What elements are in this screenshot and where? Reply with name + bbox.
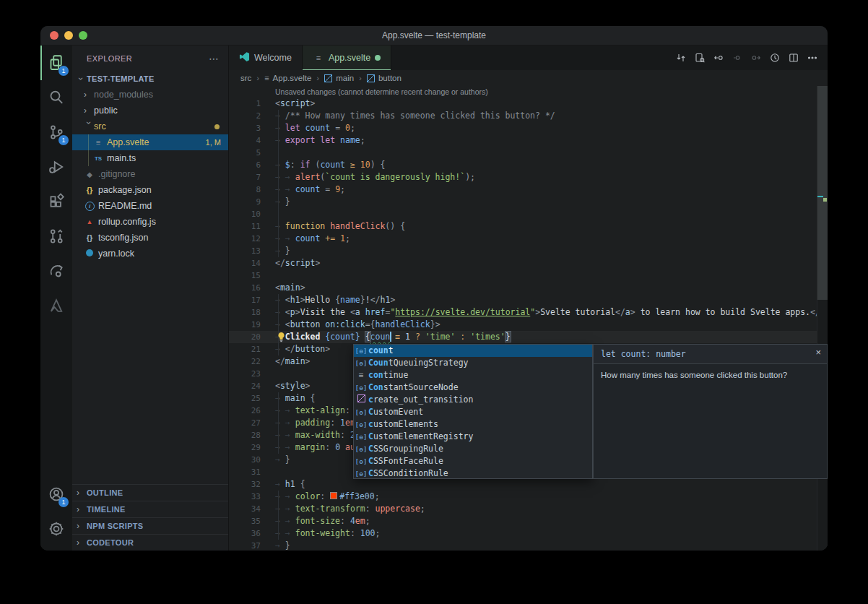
tree-item-App.svelte[interactable]: ≡App.svelte1, M xyxy=(72,134,228,150)
section-npm-scripts[interactable]: ›NPM SCRIPTS xyxy=(72,517,228,534)
editor-scrollbar[interactable] xyxy=(817,86,828,551)
code-line-15[interactable]: 15 xyxy=(229,269,828,282)
suggestion-customElements[interactable]: [ɵ]customElements xyxy=(354,418,592,431)
tree-item-label: App.svelte xyxy=(107,137,149,147)
code-line-9[interactable]: 9→ } xyxy=(229,196,828,208)
code-line-17[interactable]: 17→ <h1>Hello {name}!</h1> xyxy=(229,294,828,306)
activity-azure-icon[interactable] xyxy=(40,288,72,323)
code-line-5[interactable]: 5 xyxy=(229,147,828,159)
code-line-1[interactable]: 1<script> xyxy=(229,98,828,110)
suggestion-create_out_transition[interactable]: create_out_transition xyxy=(354,394,592,406)
activity-explorer-icon[interactable]: 1 xyxy=(40,46,72,80)
breadcrumb-src[interactable]: src xyxy=(240,74,251,82)
activity-github-pr-icon[interactable] xyxy=(40,219,72,254)
next-icon[interactable] xyxy=(747,48,765,67)
tree-item-yarn.lock[interactable]: yarn.lock xyxy=(72,246,228,262)
activity-extensions-icon[interactable] xyxy=(40,184,72,219)
breadcrumb: src›≡App.svelte›main›button xyxy=(229,70,828,86)
split-editor-icon[interactable] xyxy=(784,48,803,67)
more-actions-icon[interactable] xyxy=(803,48,822,67)
activity-live-share-icon[interactable] xyxy=(40,254,72,288)
previous-icon[interactable] xyxy=(728,48,747,67)
tree-item-tsconfig.json[interactable]: {}tsconfig.json xyxy=(72,230,228,246)
code-line-35[interactable]: 35→ → font-size: 4em; xyxy=(229,515,828,527)
suggestion-CustomElementRegistry[interactable]: [ɵ]CustomElementRegistry xyxy=(354,431,592,443)
code-line-16[interactable]: 16<main> xyxy=(229,282,828,294)
line-number: 33 xyxy=(229,491,261,503)
tab-welcome[interactable]: Welcome xyxy=(229,46,303,70)
suggest-widget: [ɵ]count[ɵ]CountQueuingStrategy≡continue… xyxy=(353,344,593,479)
line-number: 13 xyxy=(229,245,261,257)
code-line-32[interactable]: 32→ h1 { xyxy=(229,478,828,491)
code-line-7[interactable]: 7→ → alert(`count is dangerously high!`)… xyxy=(229,171,828,184)
scrollbar-slider[interactable] xyxy=(817,86,828,300)
close-icon[interactable]: × xyxy=(815,347,821,358)
accounts-icon[interactable]: 1 xyxy=(40,477,72,512)
suggestion-ConstantSourceNode[interactable]: [ɵ]ConstantSourceNode xyxy=(354,381,592,394)
lightbulb-icon[interactable] xyxy=(277,332,286,345)
code-line-11[interactable]: 11→ function handleClick() { xyxy=(229,220,828,233)
code-line-37[interactable]: 37→ } xyxy=(229,540,828,551)
suggest-signature: let count: number xyxy=(601,349,686,359)
suggest-doc: How many times has someone clicked this … xyxy=(594,364,827,386)
workspace-root-row[interactable]: › TEST-TEMPLATE xyxy=(72,71,228,87)
code-line-4[interactable]: 4→ export let name; xyxy=(229,134,828,147)
open-changes-icon[interactable] xyxy=(672,48,690,67)
code-line-18[interactable]: 18→ <p>Visit the <a href="https://svelte… xyxy=(229,306,828,319)
tree-item-.gitignore[interactable]: ◆.gitignore xyxy=(72,166,228,182)
section-outline[interactable]: ›OUTLINE xyxy=(72,484,228,501)
code-editor[interactable]: Unsaved changes (cannot determine recent… xyxy=(229,86,828,551)
tree-item-README.md[interactable]: iREADME.md xyxy=(72,198,228,214)
code-line-3[interactable]: 3→ let count = 0; xyxy=(229,122,828,134)
tree-item-label: src xyxy=(94,121,106,131)
explorer-more-actions-icon[interactable]: ⋯ xyxy=(209,53,220,64)
tab-app-svelte[interactable]: ≡App.svelte xyxy=(303,46,391,70)
code-line-2[interactable]: 2→ /** How many times has someone clicke… xyxy=(229,110,828,122)
line-number: 3 xyxy=(229,122,261,134)
suggestion-count[interactable]: [ɵ]count xyxy=(354,345,592,357)
breadcrumb-button[interactable]: button xyxy=(367,74,402,82)
code-line-34[interactable]: 34→ → text-transform: uppercase; xyxy=(229,503,828,515)
suggestion-CSSConditionRule[interactable]: [ɵ]CSSConditionRule xyxy=(354,467,592,480)
titlebar[interactable]: App.svelte — test-template xyxy=(40,26,828,46)
suggestion-continue[interactable]: ≡continue xyxy=(354,369,592,381)
code-line-19[interactable]: 19→ <button on:click={handleClick}> xyxy=(229,319,828,331)
tab-bar: Welcome≡App.svelte xyxy=(229,46,828,70)
code-line-12[interactable]: 12→ → count += 1; xyxy=(229,233,828,245)
code-line-36[interactable]: 36→ → font-weight: 100; xyxy=(229,527,828,540)
tree-item-node_modules[interactable]: ›node_modules xyxy=(72,87,228,103)
tree-item-rollup.config.js[interactable]: ▲rollup.config.js xyxy=(72,214,228,230)
color-swatch[interactable] xyxy=(330,492,337,499)
line-number: 2 xyxy=(229,110,261,122)
activity-run-debug-icon[interactable] xyxy=(40,150,72,184)
section-codetour[interactable]: ›CODETOUR xyxy=(72,534,228,551)
section-timeline[interactable]: ›TIMELINE xyxy=(72,501,228,517)
activity-source-control-icon[interactable]: 1 xyxy=(40,115,72,150)
modified-dot-icon[interactable] xyxy=(375,55,381,61)
codelens-annotation[interactable]: Unsaved changes (cannot determine recent… xyxy=(275,86,828,98)
suggestion-CustomEvent[interactable]: [ɵ]CustomEvent xyxy=(354,406,592,418)
code-line-13[interactable]: 13→ } xyxy=(229,245,828,257)
code-line-10[interactable]: 10 xyxy=(229,208,828,220)
tree-item-main.ts[interactable]: TSmain.ts xyxy=(72,150,228,166)
file-history-icon[interactable] xyxy=(765,48,784,67)
code-line-6[interactable]: 6→ $: if (count ≥ 10) { xyxy=(229,159,828,171)
code-line-8[interactable]: 8→ → count = 9; xyxy=(229,184,828,196)
breadcrumb-main[interactable]: main xyxy=(324,74,354,82)
code-line-14[interactable]: 14</script> xyxy=(229,257,828,269)
previous-change-icon[interactable] xyxy=(709,48,728,67)
code-line-20[interactable]: 20→ Clicked {count} {coun ≡ 1 ? 'time' :… xyxy=(229,331,828,343)
suggestion-CSSGroupingRule[interactable]: [ɵ]CSSGroupingRule xyxy=(354,443,592,455)
breadcrumb-separator: › xyxy=(256,74,259,82)
settings-gear-icon[interactable] xyxy=(40,512,72,546)
open-preview-icon[interactable] xyxy=(690,48,709,67)
tree-item-package.json[interactable]: {}package.json xyxy=(72,182,228,198)
suggestion-CSSFontFaceRule[interactable]: [ɵ]CSSFontFaceRule xyxy=(354,455,592,467)
tree-item-src[interactable]: ›src xyxy=(72,118,228,134)
line-number: 10 xyxy=(229,208,261,220)
breadcrumb-app-svelte[interactable]: ≡App.svelte xyxy=(264,74,311,82)
suggestion-CountQueuingStrategy[interactable]: [ɵ]CountQueuingStrategy xyxy=(354,357,592,369)
tree-item-public[interactable]: ›public xyxy=(72,103,228,118)
activity-search-icon[interactable] xyxy=(40,80,72,115)
code-line-33[interactable]: 33→ → color: #ff3e00; xyxy=(229,491,828,503)
